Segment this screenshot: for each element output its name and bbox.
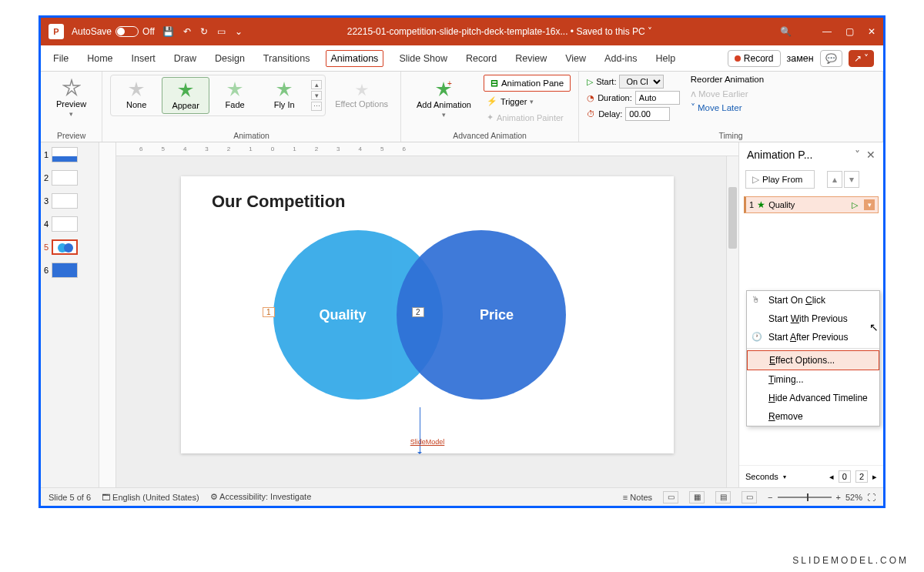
slide-indicator[interactable]: Slide 5 of 6: [49, 493, 91, 502]
fit-window-icon[interactable]: ⛶: [867, 493, 875, 502]
gallery-scroll[interactable]: ▴▾⋯: [310, 77, 323, 114]
maximize-icon[interactable]: ▢: [845, 26, 854, 37]
tab-view[interactable]: View: [562, 50, 589, 67]
minimize-icon[interactable]: —: [822, 26, 832, 37]
timeline-prev[interactable]: ◂: [829, 472, 834, 482]
tab-record[interactable]: Record: [463, 50, 500, 67]
menu-remove[interactable]: Remove: [747, 407, 879, 426]
seconds-label[interactable]: Seconds: [745, 472, 778, 481]
anim-tag-2[interactable]: 2: [412, 307, 424, 317]
thumb-4[interactable]: 4: [44, 216, 95, 232]
reading-view-button[interactable]: ▤: [715, 491, 731, 503]
price-label: Price: [480, 307, 514, 323]
ribbon: Preview ▾ Preview None Appear: [41, 72, 883, 142]
thumb-6[interactable]: 6: [44, 263, 95, 278]
menu-start-on-click[interactable]: 🖱Start On Click: [747, 291, 879, 309]
slide-canvas-wrap: Our Competition Quality Price 1 2 SlideM…: [116, 142, 738, 487]
tab-addins[interactable]: Add-ins: [601, 50, 640, 67]
duration-label: Duration:: [598, 93, 632, 102]
zoom-control[interactable]: − + 52% ⛶: [768, 493, 875, 502]
normal-view-button[interactable]: ▭: [663, 491, 678, 503]
thumb-5[interactable]: 5: [44, 239, 95, 255]
preview-button[interactable]: Preview ▾: [49, 75, 94, 121]
notes-button[interactable]: ≡ Notes: [623, 493, 652, 502]
tab-home[interactable]: Home: [84, 50, 116, 67]
menu-effect-options[interactable]: Effect Options...: [747, 350, 879, 370]
slide-title: Our Competition: [212, 192, 346, 212]
qat-more-icon[interactable]: ⌄: [235, 26, 243, 37]
duration-input[interactable]: [635, 91, 680, 105]
undo-icon[interactable]: ↶: [183, 26, 191, 37]
sorter-view-button[interactable]: ▦: [689, 491, 705, 503]
start-label: Start:: [596, 77, 616, 86]
edit-area: Our Competition Quality Price 1 2 SlideM…: [99, 142, 738, 487]
move-down-button[interactable]: ▾: [844, 171, 859, 188]
anim-none[interactable]: None: [112, 77, 160, 114]
tab-file[interactable]: File: [50, 50, 72, 67]
anim-flyin[interactable]: Fly In: [260, 77, 308, 114]
tab-slideshow[interactable]: Slide Show: [396, 50, 450, 67]
chevron-down-icon[interactable]: ˅: [855, 149, 860, 161]
redo-icon[interactable]: ↻: [200, 26, 208, 37]
tab-insert[interactable]: Insert: [129, 50, 159, 67]
anim-pane-title: Animation P...: [747, 149, 812, 161]
slide-canvas[interactable]: Our Competition Quality Price 1 2 SlideM…: [181, 176, 674, 453]
language-indicator[interactable]: 🗔 English (United States): [102, 493, 199, 502]
zoom-slider[interactable]: [778, 497, 832, 498]
autosave-toggle[interactable]: AutoSave Off: [72, 26, 155, 37]
anim-appear[interactable]: Appear: [162, 77, 209, 114]
zoom-in-icon[interactable]: +: [836, 493, 841, 502]
close-pane-icon[interactable]: ✕: [866, 149, 875, 161]
close-icon[interactable]: ✕: [868, 26, 875, 37]
slideshow-view-button[interactable]: ▭: [742, 491, 757, 503]
menu-hide-timeline[interactable]: Hide Advanced Timeline: [747, 389, 879, 407]
thumb-1[interactable]: 1: [44, 147, 95, 162]
accessibility-indicator[interactable]: ⚙ Accessibility: Investigate: [210, 492, 312, 502]
anim-pane-footer: Seconds▾ ◂ 0 2 ▸: [739, 465, 883, 487]
menu-start-with-previous[interactable]: Start With Previous: [747, 309, 879, 328]
menu-start-after-previous[interactable]: 🕐Start After Previous: [747, 328, 879, 346]
move-later-button[interactable]: ˅ Move Later: [691, 101, 764, 115]
comments-button[interactable]: 💬: [820, 50, 842, 67]
window-controls: — ▢ ✕: [822, 26, 875, 37]
tab-review[interactable]: Review: [512, 50, 550, 67]
tab-design[interactable]: Design: [212, 50, 248, 67]
thumb-2[interactable]: 2: [44, 170, 95, 186]
tab-animations[interactable]: Animations: [326, 50, 384, 67]
trigger-label: Trigger: [500, 97, 527, 106]
anim-item-dropdown[interactable]: ▾: [864, 199, 875, 210]
start-select[interactable]: On Click: [619, 75, 664, 89]
animation-pane-label: Animation Pane: [501, 79, 564, 88]
group-timing: ▷ Start: On Click ◔ Duration: ⏱ Delay:: [579, 72, 883, 142]
record-button[interactable]: Record: [728, 50, 781, 67]
vertical-scrollbar[interactable]: [726, 156, 738, 487]
anim-fade[interactable]: Fade: [211, 77, 259, 114]
trigger-button[interactable]: ⚡ Trigger ▾: [484, 95, 571, 108]
document-title[interactable]: 22215-01-competition-slide-pitch-deck-te…: [250, 26, 749, 37]
save-icon[interactable]: 💾: [162, 26, 174, 37]
venn-diagram: Quality Price 1 2: [273, 230, 581, 423]
zoom-value[interactable]: 52%: [845, 493, 862, 502]
delay-input[interactable]: [625, 107, 670, 121]
anim-appear-label: Appear: [172, 101, 199, 110]
add-animation-button[interactable]: + Add Animation ▾: [409, 77, 479, 122]
delay-row: ⏱ Delay:: [587, 107, 680, 121]
search-icon[interactable]: 🔍: [780, 26, 792, 37]
play-from-button[interactable]: ▷Play From: [745, 170, 815, 189]
anim-list-item-quality[interactable]: 1 ★ Quality ▷ ▾: [744, 196, 879, 213]
menu-timing[interactable]: Timing...: [747, 370, 879, 389]
present-icon[interactable]: ▭: [217, 26, 226, 37]
tab-help[interactable]: Help: [652, 50, 678, 67]
anim-none-label: None: [126, 100, 146, 109]
animation-pane-button[interactable]: ⊟ Animation Pane: [484, 75, 571, 92]
start-row: ▷ Start: On Click: [587, 75, 680, 89]
move-up-button[interactable]: ▴: [827, 171, 842, 188]
thumb-3[interactable]: 3: [44, 193, 95, 209]
tab-draw[interactable]: Draw: [171, 50, 199, 67]
timeline-next[interactable]: ▸: [872, 472, 877, 482]
tab-transitions[interactable]: Transitions: [260, 50, 313, 67]
share-button[interactable]: ↗ ˅: [849, 50, 874, 67]
zoom-out-icon[interactable]: −: [768, 493, 772, 502]
anim-tag-1[interactable]: 1: [263, 307, 275, 317]
autosave-label: AutoSave: [72, 26, 112, 37]
